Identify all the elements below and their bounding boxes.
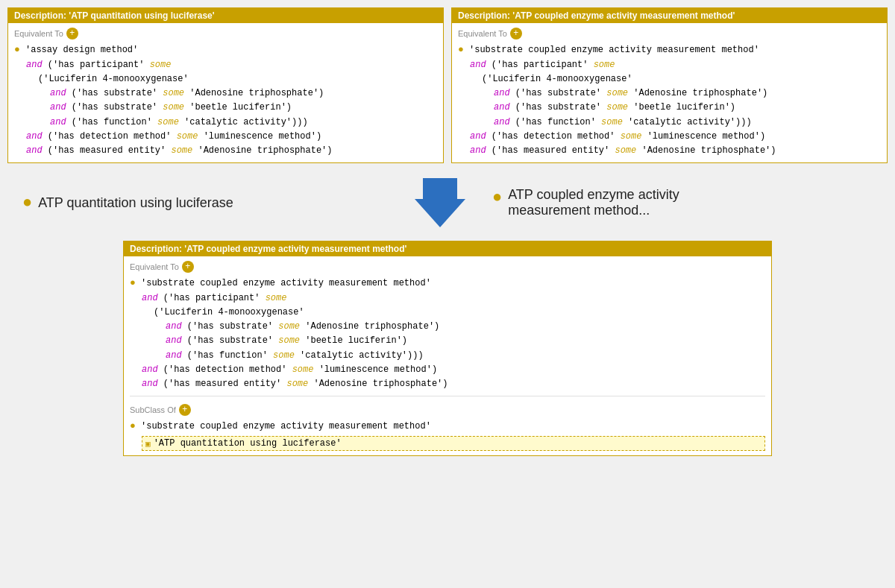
bottom-line-3: ('Luciferin 4-monooxygenase': [154, 306, 765, 320]
bottom-panel: Description: 'ATP coupled enzyme activit…: [123, 241, 772, 456]
panel1-line-4: and ('has substrate' some 'Adenosine tri…: [50, 86, 437, 101]
middle-left: ● ATP quantitation using luciferase: [22, 194, 403, 212]
down-arrow: [415, 178, 465, 227]
panel1-line-5: and ('has substrate' some 'beetle lucife…: [50, 101, 437, 115]
arrow-container: [403, 178, 477, 227]
panel1-line-6: and ('has function' some 'catalytic acti…: [50, 116, 437, 130]
panel2-line-1: ● 'substrate coupled enzyme activity mea…: [458, 42, 881, 58]
panel1-line-1: ● 'assay design method': [14, 42, 437, 58]
panel-atp-coupled: Description: 'ATP coupled enzyme activit…: [451, 7, 888, 163]
middle-row: ● ATP quantitation using luciferase ● AT…: [7, 178, 888, 227]
left-entity-dot: ●: [22, 194, 32, 212]
panel2-line-5: and ('has substrate' some 'beetle lucife…: [494, 101, 881, 115]
bottom-line-4: and ('has substrate' some 'Adenosine tri…: [166, 320, 765, 334]
bottom-line-1: ● 'substrate coupled enzyme activity mea…: [130, 276, 765, 291]
bottom-line-7: and ('has detection method' some 'lumine…: [142, 363, 765, 377]
middle-right: ● ATP coupled enzyme activity measuremen…: [477, 187, 873, 218]
doc-icon: ▣: [145, 439, 151, 449]
separator: [130, 396, 765, 396]
subclass-highlighted-row[interactable]: ▣ 'ATP quantitation using luciferase': [142, 436, 765, 451]
arrow-shaft: [423, 178, 457, 199]
subclass-line-1: ● 'substrate coupled enzyme activity mea…: [130, 419, 765, 434]
bullet-icon: ●: [458, 44, 464, 55]
bottom-line-5: and ('has substrate' some 'beetle lucife…: [166, 334, 765, 348]
panel-atp-luciferase: Description: 'ATP quantitation using luc…: [7, 7, 444, 163]
subclass-of-label: SubClass Of +: [130, 404, 765, 416]
panel2-line-2: and ('has participant' some: [470, 58, 881, 72]
panel1-line-3: ('Luciferin 4-monooxygenase': [38, 72, 437, 86]
bottom-equivalent-label: Equivalent To +: [130, 261, 765, 273]
panel1-equivalent-label: Equivalent To +: [14, 28, 437, 39]
panel2-equivalent-label: Equivalent To +: [458, 28, 881, 39]
bottom-plus-btn[interactable]: +: [182, 261, 194, 273]
panel1-line-7: and ('has detection method' some 'lumine…: [26, 130, 437, 144]
panel1-line-8: and ('has measured entity' some 'Adenosi…: [26, 144, 437, 158]
panel2-line-7: and ('has detection method' some 'lumine…: [470, 130, 881, 144]
panel2-header: Description: 'ATP coupled enzyme activit…: [452, 8, 887, 23]
right-entity-dot: ●: [492, 189, 502, 207]
panel2-body: Equivalent To + ● 'substrate coupled enz…: [452, 23, 887, 162]
bottom-panel-header: Description: 'ATP coupled enzyme activit…: [124, 241, 771, 256]
panel1-header: Description: 'ATP quantitation using luc…: [8, 8, 443, 23]
bottom-panel-body: Equivalent To + ● 'substrate coupled enz…: [124, 256, 771, 455]
panel2-line-8: and ('has measured entity' some 'Adenosi…: [470, 144, 881, 158]
panel1-body: Equivalent To + ● 'assay design method' …: [8, 23, 443, 162]
panel2-line-6: and ('has function' some 'catalytic acti…: [494, 116, 881, 130]
panel2-line-3: ('Luciferin 4-monooxygenase': [482, 72, 881, 86]
left-entity-label: ATP quantitation using luciferase: [38, 195, 233, 211]
bottom-panel-wrapper: Description: 'ATP coupled enzyme activit…: [123, 241, 772, 456]
panel2-plus-btn[interactable]: +: [510, 28, 522, 39]
bottom-line-8: and ('has measured entity' some 'Adenosi…: [142, 377, 765, 391]
bullet-icon: ●: [130, 277, 136, 288]
bottom-line-6: and ('has function' some 'catalytic acti…: [166, 349, 765, 363]
arrow-head: [415, 199, 465, 227]
bullet-icon: ●: [14, 44, 20, 55]
bottom-line-2: and ('has participant' some: [142, 291, 765, 306]
top-row: Description: 'ATP quantitation using luc…: [7, 7, 888, 163]
panel1-plus-btn[interactable]: +: [66, 28, 78, 39]
subclass-bullet-icon: ●: [130, 420, 136, 431]
right-entity-label: ATP coupled enzyme activity measurement …: [508, 187, 679, 218]
subclass-plus-btn[interactable]: +: [179, 404, 191, 416]
panel1-line-2: and ('has participant' some: [26, 58, 437, 72]
panel2-line-4: and ('has substrate' some 'Adenosine tri…: [494, 86, 881, 101]
